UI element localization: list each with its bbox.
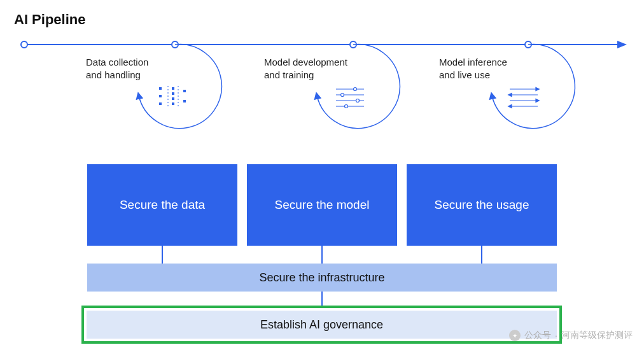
svg-rect-15	[183, 90, 186, 92]
pillar-secure-usage: Secure the usage	[407, 164, 557, 246]
pillar-secure-model: Secure the model	[247, 164, 397, 246]
pillar-secure-data: Secure the data	[87, 164, 237, 246]
svg-rect-16	[183, 100, 186, 102]
governance-bar: Establish AI governance	[87, 311, 557, 339]
wechat-icon: ✦	[509, 330, 521, 341]
svg-point-24	[345, 105, 348, 108]
svg-point-21	[354, 88, 357, 91]
governance-highlight-icon: Establish AI governance	[81, 306, 562, 344]
watermark: ✦ 公众号 · 河南等级保护测评	[509, 330, 633, 341]
svg-point-23	[356, 99, 360, 102]
connector-2a	[321, 246, 323, 264]
svg-rect-14	[172, 102, 174, 105]
connector-infra-gov	[321, 292, 323, 306]
loop-model	[312, 38, 414, 146]
svg-rect-9	[159, 95, 162, 97]
data-points-icon	[159, 86, 186, 106]
loop-data	[134, 38, 235, 146]
svg-rect-10	[159, 102, 162, 105]
loop-usage	[487, 38, 589, 146]
connector-3a	[481, 246, 482, 264]
svg-rect-11	[172, 87, 174, 90]
svg-marker-5	[617, 41, 627, 48]
svg-rect-13	[172, 97, 174, 100]
infrastructure-bar: Secure the infrastructure	[87, 264, 557, 292]
diagram-title: AI Pipeline	[14, 11, 85, 28]
svg-rect-8	[159, 87, 162, 90]
svg-point-1	[21, 41, 27, 48]
svg-point-22	[341, 94, 344, 97]
sliders-icon	[336, 88, 364, 108]
parallel-arrows-icon	[510, 89, 538, 106]
svg-rect-12	[172, 92, 174, 95]
connector-1a	[162, 246, 163, 264]
